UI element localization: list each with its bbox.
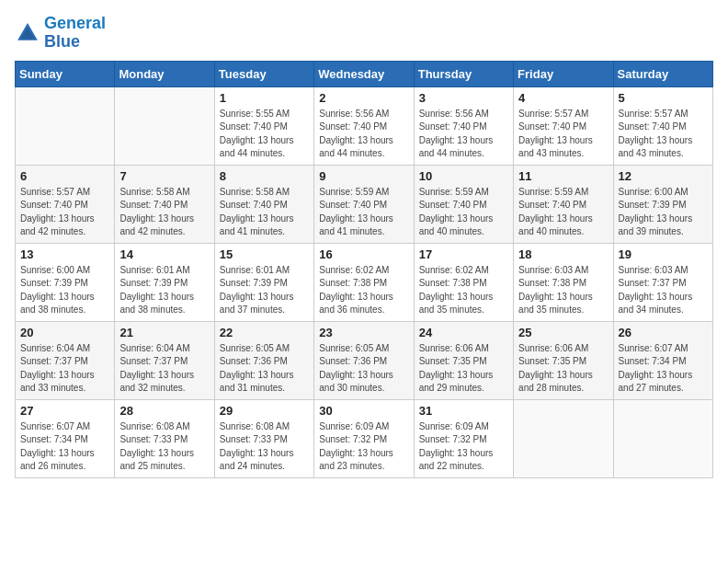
calendar-cell: 17Sunrise: 6:02 AMSunset: 7:38 PMDayligh…	[414, 243, 513, 321]
calendar-cell: 8Sunrise: 5:58 AMSunset: 7:40 PMDaylight…	[214, 165, 313, 243]
logo-text: General Blue	[44, 15, 106, 52]
day-info: Sunrise: 5:55 AMSunset: 7:40 PMDaylight:…	[220, 108, 309, 161]
col-header-monday: Monday	[115, 61, 214, 86]
calendar-week-row: 20Sunrise: 6:04 AMSunset: 7:37 PMDayligh…	[16, 321, 713, 399]
calendar-week-row: 6Sunrise: 5:57 AMSunset: 7:40 PMDaylight…	[16, 165, 713, 243]
calendar-cell: 25Sunrise: 6:06 AMSunset: 7:35 PMDayligh…	[514, 321, 613, 399]
calendar-cell	[514, 399, 613, 477]
day-info: Sunrise: 5:59 AMSunset: 7:40 PMDaylight:…	[419, 186, 508, 239]
day-info: Sunrise: 5:59 AMSunset: 7:40 PMDaylight:…	[518, 186, 608, 239]
day-number: 10	[419, 169, 508, 183]
col-header-tuesday: Tuesday	[214, 61, 313, 86]
day-info: Sunrise: 6:04 AMSunset: 7:37 PMDaylight:…	[20, 342, 109, 396]
day-number: 13	[20, 247, 109, 261]
calendar-cell: 23Sunrise: 6:05 AMSunset: 7:36 PMDayligh…	[314, 321, 414, 399]
day-number: 24	[419, 326, 508, 339]
calendar-cell: 3Sunrise: 5:56 AMSunset: 7:40 PMDaylight…	[414, 86, 513, 165]
calendar-cell: 1Sunrise: 5:55 AMSunset: 7:40 PMDaylight…	[214, 86, 313, 165]
calendar-cell: 10Sunrise: 5:59 AMSunset: 7:40 PMDayligh…	[414, 165, 513, 243]
day-number: 25	[518, 326, 608, 339]
day-number: 27	[20, 404, 109, 418]
day-number: 14	[119, 247, 209, 261]
day-number: 26	[619, 326, 708, 339]
calendar-table: SundayMondayTuesdayWednesdayThursdayFrid…	[15, 61, 713, 478]
calendar-cell: 15Sunrise: 6:01 AMSunset: 7:39 PMDayligh…	[214, 243, 313, 321]
col-header-saturday: Saturday	[613, 61, 712, 86]
day-number: 23	[319, 326, 408, 339]
calendar-cell: 30Sunrise: 6:09 AMSunset: 7:32 PMDayligh…	[314, 399, 414, 477]
calendar-cell: 12Sunrise: 6:00 AMSunset: 7:39 PMDayligh…	[613, 165, 712, 243]
day-number: 30	[319, 404, 408, 418]
day-number: 11	[518, 169, 608, 183]
calendar-cell: 11Sunrise: 5:59 AMSunset: 7:40 PMDayligh…	[514, 165, 613, 243]
day-number: 7	[119, 169, 209, 183]
day-info: Sunrise: 6:03 AMSunset: 7:38 PMDaylight:…	[518, 264, 608, 317]
day-number: 17	[419, 247, 508, 261]
calendar-header: SundayMondayTuesdayWednesdayThursdayFrid…	[16, 61, 713, 86]
calendar-cell: 13Sunrise: 6:00 AMSunset: 7:39 PMDayligh…	[16, 243, 115, 321]
day-info: Sunrise: 6:09 AMSunset: 7:32 PMDaylight:…	[319, 420, 408, 474]
day-info: Sunrise: 6:00 AMSunset: 7:39 PMDaylight:…	[20, 264, 109, 317]
calendar-cell: 6Sunrise: 5:57 AMSunset: 7:40 PMDaylight…	[16, 165, 115, 243]
col-header-thursday: Thursday	[414, 61, 513, 86]
day-number: 3	[419, 91, 508, 105]
calendar-cell: 28Sunrise: 6:08 AMSunset: 7:33 PMDayligh…	[115, 399, 214, 477]
day-info: Sunrise: 5:56 AMSunset: 7:40 PMDaylight:…	[319, 108, 408, 161]
day-number: 31	[419, 404, 508, 418]
calendar-cell: 27Sunrise: 6:07 AMSunset: 7:34 PMDayligh…	[16, 399, 115, 477]
day-number: 15	[220, 247, 309, 261]
calendar-cell: 2Sunrise: 5:56 AMSunset: 7:40 PMDaylight…	[314, 86, 414, 165]
day-info: Sunrise: 5:56 AMSunset: 7:40 PMDaylight:…	[419, 108, 508, 161]
day-number: 16	[319, 247, 408, 261]
page-header: General Blue	[15, 15, 713, 52]
day-info: Sunrise: 6:07 AMSunset: 7:34 PMDaylight:…	[20, 420, 109, 474]
col-header-sunday: Sunday	[16, 61, 115, 86]
day-number: 8	[220, 169, 309, 183]
calendar-cell: 31Sunrise: 6:09 AMSunset: 7:32 PMDayligh…	[414, 399, 513, 477]
day-info: Sunrise: 6:01 AMSunset: 7:39 PMDaylight:…	[119, 264, 209, 317]
day-info: Sunrise: 6:00 AMSunset: 7:39 PMDaylight:…	[619, 186, 708, 239]
calendar-cell	[16, 86, 115, 165]
calendar-cell: 18Sunrise: 6:03 AMSunset: 7:38 PMDayligh…	[514, 243, 613, 321]
calendar-week-row: 27Sunrise: 6:07 AMSunset: 7:34 PMDayligh…	[16, 399, 713, 477]
calendar-cell: 14Sunrise: 6:01 AMSunset: 7:39 PMDayligh…	[115, 243, 214, 321]
day-number: 4	[518, 91, 608, 105]
day-info: Sunrise: 6:03 AMSunset: 7:37 PMDaylight:…	[619, 264, 708, 317]
calendar-body: 1Sunrise: 5:55 AMSunset: 7:40 PMDaylight…	[16, 86, 713, 477]
day-number: 29	[220, 404, 309, 418]
day-info: Sunrise: 5:57 AMSunset: 7:40 PMDaylight:…	[20, 186, 109, 239]
calendar-cell: 29Sunrise: 6:08 AMSunset: 7:33 PMDayligh…	[214, 399, 313, 477]
day-info: Sunrise: 6:02 AMSunset: 7:38 PMDaylight:…	[419, 264, 508, 317]
day-number: 2	[319, 91, 408, 105]
day-info: Sunrise: 6:01 AMSunset: 7:39 PMDaylight:…	[220, 264, 309, 317]
calendar-cell	[613, 399, 712, 477]
calendar-week-row: 13Sunrise: 6:00 AMSunset: 7:39 PMDayligh…	[16, 243, 713, 321]
day-info: Sunrise: 6:06 AMSunset: 7:35 PMDaylight:…	[518, 342, 608, 396]
day-number: 9	[319, 169, 408, 183]
day-info: Sunrise: 6:09 AMSunset: 7:32 PMDaylight:…	[419, 420, 508, 474]
day-info: Sunrise: 6:05 AMSunset: 7:36 PMDaylight:…	[220, 342, 309, 396]
day-info: Sunrise: 6:02 AMSunset: 7:38 PMDaylight:…	[319, 264, 408, 317]
day-number: 19	[619, 247, 708, 261]
day-number: 6	[20, 169, 109, 183]
day-info: Sunrise: 5:57 AMSunset: 7:40 PMDaylight:…	[518, 108, 608, 161]
calendar-week-row: 1Sunrise: 5:55 AMSunset: 7:40 PMDaylight…	[16, 86, 713, 165]
calendar-cell	[115, 86, 214, 165]
day-number: 21	[119, 326, 209, 339]
calendar-cell: 16Sunrise: 6:02 AMSunset: 7:38 PMDayligh…	[314, 243, 414, 321]
day-number: 5	[619, 91, 708, 105]
calendar-cell: 26Sunrise: 6:07 AMSunset: 7:34 PMDayligh…	[613, 321, 712, 399]
logo: General Blue	[15, 15, 106, 52]
day-info: Sunrise: 5:59 AMSunset: 7:40 PMDaylight:…	[319, 186, 408, 239]
col-header-friday: Friday	[514, 61, 613, 86]
day-number: 28	[119, 404, 209, 418]
calendar-cell: 5Sunrise: 5:57 AMSunset: 7:40 PMDaylight…	[613, 86, 712, 165]
day-info: Sunrise: 5:58 AMSunset: 7:40 PMDaylight:…	[220, 186, 309, 239]
day-info: Sunrise: 6:04 AMSunset: 7:37 PMDaylight:…	[119, 342, 209, 396]
day-number: 20	[20, 326, 109, 339]
calendar-cell: 22Sunrise: 6:05 AMSunset: 7:36 PMDayligh…	[214, 321, 313, 399]
day-info: Sunrise: 6:07 AMSunset: 7:34 PMDaylight:…	[619, 342, 708, 396]
col-header-wednesday: Wednesday	[314, 61, 414, 86]
calendar-cell: 9Sunrise: 5:59 AMSunset: 7:40 PMDaylight…	[314, 165, 414, 243]
calendar-cell: 4Sunrise: 5:57 AMSunset: 7:40 PMDaylight…	[514, 86, 613, 165]
